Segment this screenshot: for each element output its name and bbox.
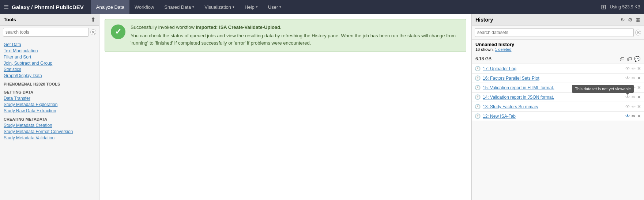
alert-message: You can check the status of queued jobs … [131, 32, 460, 46]
tool-link-study-metadata-validation[interactable]: Study Metadata Validation [4, 135, 95, 140]
edit-icon[interactable]: ✏ [632, 104, 636, 109]
tool-link-join-subtract-group[interactable]: Join, Subtract and Group [4, 61, 95, 66]
history-label-icon[interactable]: 🏷 [627, 56, 632, 62]
nav-right: ⊞ Using 523.9 KB [601, 3, 640, 11]
history-header: History ↻ ⚙ ▦ [472, 14, 644, 26]
alert-title-prefix: Successfully invoked workflow [131, 24, 196, 30]
brand: ☰ Galaxy / Phnmnl PublicDEV [4, 4, 84, 11]
tool-link-study-metadata-creation[interactable]: Study Metadata Creation [4, 123, 95, 128]
grid-icon[interactable]: ⊞ [601, 3, 606, 11]
nav-items: Analyze Data Workflow Shared Data ▾ Visu… [91, 0, 287, 14]
eye-icon[interactable]: 👁 [625, 104, 630, 109]
nav-help[interactable]: Help ▾ [240, 0, 263, 14]
tool-link-study-raw-data-extraction[interactable]: Study Raw Data Extraction [4, 108, 95, 113]
history-item: 🕐 16: Factors Parallel Sets Plot 👁 ✏ ✕ [472, 73, 644, 83]
delete-icon[interactable]: ✕ [637, 104, 641, 109]
tool-link-text-manipulation[interactable]: Text Manipulation [4, 48, 95, 53]
hamburger-icon[interactable]: ☰ [4, 4, 9, 11]
history-item-actions: This dataset is not yet viewable 👁 ✏ ✕ [625, 94, 641, 100]
clock-icon: 🕐 [475, 113, 481, 119]
history-meta: 16 shown, 1 deleted [475, 47, 640, 52]
history-item-label[interactable]: 13: Study Factors Su mmary [483, 104, 625, 109]
history-comment-icon[interactable]: 💬 [634, 56, 640, 62]
search-tools-input[interactable] [3, 28, 89, 37]
edit-icon[interactable]: ✏ [632, 94, 636, 100]
clock-icon: 🕐 [475, 85, 481, 90]
history-size-row: 6.18 GB 🏷 🏷 💬 [472, 54, 644, 64]
history-settings-icon[interactable]: ⚙ [628, 17, 633, 23]
history-item: 🕐 12: New ISA-Tab 👁 ✏ ✕ [472, 112, 644, 121]
eye-icon[interactable]: 👁 [625, 113, 630, 119]
alert-title: Successfully invoked workflow imported: … [131, 24, 460, 30]
alert-title-bold: imported: ISA Create-Validate-Upload. [196, 24, 281, 30]
nav-workflow[interactable]: Workflow [129, 0, 159, 14]
sidebar-content: Get Data Text Manipulation Filter and So… [0, 39, 99, 144]
storage-info: Using 523.9 KB [610, 4, 640, 10]
search-clear-icon[interactable]: ✕ [90, 29, 96, 35]
nav-shared-data[interactable]: Shared Data ▾ [159, 0, 199, 14]
history-item-label[interactable]: 12: New ISA-Tab [483, 114, 625, 119]
edit-icon[interactable]: ✏ [632, 66, 636, 71]
nav-visualization[interactable]: Visualization ▾ [199, 0, 240, 14]
section-getting-data: GETTING DATA [4, 90, 95, 94]
history-item-actions: 👁 ✏ ✕ [625, 66, 641, 71]
success-alert: ✓ Successfully invoked workflow imported… [105, 19, 466, 52]
history-item: 🕐 17: Uploader Log 👁 ✏ ✕ [472, 64, 644, 73]
search-datasets-input[interactable] [475, 28, 634, 37]
tool-link-statistics[interactable]: Statistics [4, 67, 95, 72]
clock-icon: 🕐 [475, 66, 481, 71]
history-item-label[interactable]: 16: Factors Parallel Sets Plot [483, 76, 625, 81]
eye-icon[interactable]: 👁 [625, 75, 630, 81]
history-columns-icon[interactable]: ▦ [636, 17, 640, 23]
tool-link-get-data[interactable]: Get Data [4, 42, 95, 47]
search-datasets-clear-icon[interactable]: ✕ [635, 30, 641, 35]
history-info: Unnamed history 16 shown, 1 deleted [472, 39, 644, 54]
history-size: 6.18 GB [475, 56, 492, 61]
delete-icon[interactable]: ✕ [637, 85, 641, 90]
right-sidebar: History ↻ ⚙ ▦ ✕ Unnamed history 16 shown… [471, 14, 644, 200]
clock-icon: 🕐 [475, 94, 481, 100]
nav-user[interactable]: User ▾ [263, 0, 286, 14]
tool-link-graph-display[interactable]: Graph/Display Data [4, 73, 95, 78]
left-sidebar: Tools ⬆ ✕ Get Data Text Manipulation Fil… [0, 14, 99, 200]
history-item: 🕐 14: Validation report in JSON format. … [472, 93, 644, 102]
edit-icon[interactable]: ✏ [632, 113, 636, 119]
history-refresh-icon[interactable]: ↻ [621, 17, 625, 23]
upload-icon[interactable]: ⬆ [91, 16, 95, 23]
sidebar-header: Tools ⬆ [0, 14, 99, 26]
history-header-icons: ↻ ⚙ ▦ [621, 17, 640, 23]
history-size-icons: 🏷 🏷 💬 [619, 56, 640, 62]
clock-icon: 🕐 [475, 75, 481, 81]
tool-link-filter-and-sort[interactable]: Filter and Sort [4, 54, 95, 60]
main-content: ✓ Successfully invoked workflow imported… [99, 14, 471, 200]
history-item-actions: 👁 ✏ ✕ [625, 113, 641, 119]
delete-icon[interactable]: ✕ [637, 94, 641, 100]
section-creating-metadata: CREATING METADATA [4, 117, 95, 121]
delete-icon[interactable]: ✕ [637, 75, 641, 81]
section-phenomenal: PHENOMENAL H2020 TOOLS [4, 82, 95, 86]
delete-icon[interactable]: ✕ [637, 113, 641, 119]
eye-icon[interactable]: 👁 [625, 66, 630, 71]
delete-icon[interactable]: ✕ [637, 66, 641, 71]
history-shown: 16 shown, [475, 47, 495, 52]
history-title: History [475, 17, 493, 23]
history-deleted-link[interactable]: 1 deleted [495, 47, 511, 52]
topnav: ☰ Galaxy / Phnmnl PublicDEV Analyze Data… [0, 0, 644, 14]
tools-title: Tools [4, 17, 16, 22]
tooltip-container: This dataset is not yet viewable 👁 [625, 94, 630, 100]
tool-link-study-metadata-format-conversion[interactable]: Study Metadata Format Conversion [4, 129, 95, 134]
history-item-label[interactable]: 17: Uploader Log [483, 66, 625, 71]
tool-link-study-metadata-exploration[interactable]: Study Metadata Exploration [4, 102, 95, 107]
history-item: 🕐 13: Study Factors Su mmary 👁 ✏ ✕ [472, 102, 644, 112]
success-check-icon: ✓ [111, 24, 125, 39]
history-name: Unnamed history [475, 42, 640, 47]
tool-link-data-transfer[interactable]: Data Transfer [4, 96, 95, 101]
history-item-actions: 👁 ✏ ✕ [625, 75, 641, 81]
nav-analyze-data[interactable]: Analyze Data [91, 0, 129, 14]
clock-icon: 🕐 [475, 104, 481, 109]
history-item-label[interactable]: 14: Validation report in JSON format. [483, 95, 625, 100]
edit-icon[interactable]: ✏ [632, 75, 636, 81]
brand-title: Galaxy / Phnmnl PublicDEV [12, 4, 84, 10]
history-tag-icon[interactable]: 🏷 [619, 56, 625, 62]
not-viewable-tooltip: This dataset is not yet viewable [572, 85, 634, 93]
